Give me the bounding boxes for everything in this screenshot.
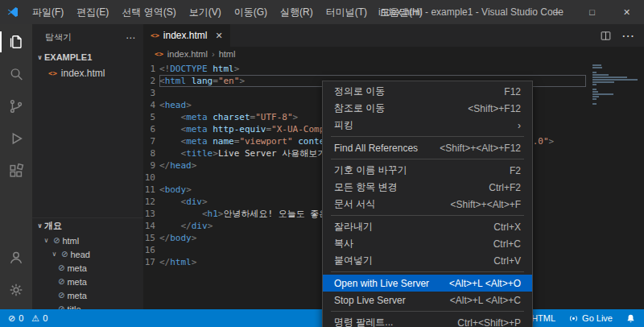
symbol-tag-icon: ⊘	[53, 236, 60, 245]
maximize-button[interactable]: □	[575, 0, 609, 24]
menu-separator	[331, 311, 524, 312]
line-number-gutter: 1234567891011121314151617	[143, 63, 155, 268]
outline-item-meta[interactable]: ⊘meta	[32, 261, 143, 275]
context-menu-item-label: 명령 팔레트...	[334, 316, 443, 327]
outline-item-meta[interactable]: ⊘meta	[32, 288, 143, 302]
source-control-icon[interactable]	[0, 90, 32, 122]
more-actions-icon[interactable]: ⋯	[126, 32, 135, 43]
outline-section-header[interactable]: ∨ 개요	[32, 217, 143, 234]
file-name: index.html	[61, 68, 105, 79]
context-menu-item-shortcut: F2	[510, 165, 521, 176]
activity-bar-bottom	[0, 242, 32, 306]
outline-title: 개요	[44, 220, 62, 232]
minimap-line	[592, 84, 597, 85]
run-debug-icon[interactable]	[0, 122, 32, 155]
menubar-item[interactable]: 터미널(T)	[320, 0, 374, 24]
settings-gear-icon[interactable]	[0, 274, 32, 306]
context-menu-item-label: 잘라내기	[334, 220, 479, 234]
context-menu-item[interactable]: 피킹›	[323, 117, 532, 134]
line-number: 10	[143, 172, 155, 184]
context-menu-item[interactable]: 명령 팔레트...Ctrl+<Shift>+P	[323, 314, 532, 327]
error-count: 0	[19, 313, 23, 323]
notifications-bell-icon[interactable]	[625, 313, 636, 324]
context-menu-item-label: 정의로 이동	[334, 85, 489, 98]
tab-index-html[interactable]: <> index.html ✕	[143, 24, 230, 47]
context-menu-item-label: Stop Live Server	[334, 295, 436, 306]
chevron-down-icon: ∨	[35, 222, 44, 230]
line-number: 11	[143, 184, 155, 196]
menu-bar: 파일(F)편집(E)선택 영역(S)보기(V)이동(G)실행(R)터미널(T)도…	[26, 0, 429, 24]
context-menu-item-label: 복사	[334, 237, 479, 250]
project-section-header[interactable]: ∨ EXAMPLE1	[32, 49, 143, 65]
context-menu-item[interactable]: 잘라내기Ctrl+X	[323, 218, 532, 235]
context-menu-item-shortcut: Ctrl+F2	[489, 182, 521, 193]
problems-warnings[interactable]: ⚠ 0	[31, 313, 47, 324]
outline-item-label: meta	[67, 291, 86, 300]
chevron-down-icon: ∨	[35, 54, 44, 61]
account-icon[interactable]	[0, 242, 32, 274]
explorer-icon[interactable]	[0, 26, 32, 58]
activity-bar	[0, 24, 32, 309]
minimap[interactable]	[592, 64, 641, 106]
context-menu-item-shortcut: Ctrl+V	[493, 255, 521, 267]
chevron-down-icon: ∨	[42, 237, 51, 244]
breadcrumb-node[interactable]: html	[219, 49, 236, 59]
breadcrumb-file[interactable]: index.html	[167, 49, 208, 59]
menubar-item[interactable]: 편집(E)	[70, 0, 115, 24]
minimap-line	[592, 103, 597, 105]
project-name: EXAMPLE1	[44, 52, 92, 62]
context-menu-item-label: 참조로 이동	[334, 101, 453, 115]
close-button[interactable]: ✕	[609, 0, 644, 24]
tab-close-icon[interactable]: ✕	[216, 31, 223, 41]
code-line[interactable]: <!DOCTYPE html>	[159, 63, 586, 75]
context-menu-item-shortcut: F12	[504, 86, 521, 97]
menubar-item[interactable]: 파일(F)	[26, 0, 70, 24]
context-menu-item[interactable]: 문서 서식<Shift>+<Alt>+F	[323, 196, 532, 213]
search-icon[interactable]	[0, 58, 32, 90]
outline-item-label: html	[62, 236, 79, 246]
minimap-line	[592, 72, 597, 73]
sidebar-header: 탐색기 ⋯	[32, 24, 143, 49]
minimap-line	[592, 81, 614, 83]
menubar-item[interactable]: 보기(V)	[183, 0, 228, 24]
file-item-index-html[interactable]: <> index.html	[32, 65, 143, 81]
context-menu-item[interactable]: 정의로 이동F12	[323, 83, 532, 100]
extensions-icon[interactable]	[0, 155, 32, 187]
context-menu-item[interactable]: Open with Live Server<Alt>+L <Alt>+O	[323, 275, 532, 292]
outline-item-title[interactable]: ⊘title	[32, 302, 143, 309]
context-menu-item[interactable]: 기호 이름 바꾸기F2	[323, 162, 532, 179]
context-menu-item[interactable]: 참조로 이동<Shift>+F12	[323, 100, 532, 117]
outline-item-meta[interactable]: ⊘meta	[32, 275, 143, 288]
menubar-item[interactable]: 이동(G)	[228, 0, 274, 24]
more-actions-icon[interactable]: ⋯	[621, 28, 634, 43]
context-menu-item[interactable]: 복사Ctrl+C	[323, 235, 532, 252]
menubar-item[interactable]: 선택 영역(S)	[115, 0, 182, 24]
split-editor-icon[interactable]	[600, 30, 612, 42]
context-menu-item-label: 기호 이름 바꾸기	[334, 164, 495, 177]
error-icon: ⊘	[8, 313, 15, 324]
menubar-item[interactable]: 실행(R)	[274, 0, 320, 24]
submenu-chevron-icon: ›	[518, 120, 521, 131]
chevron-down-icon: ∨	[50, 250, 59, 258]
context-menu-item[interactable]: 모든 항목 변경Ctrl+F2	[323, 179, 532, 196]
line-number: 14	[143, 220, 155, 232]
language-mode[interactable]: HTML	[531, 313, 555, 323]
outline-item-html[interactable]: ∨⊘html	[32, 234, 143, 247]
html-file-icon: <>	[155, 50, 163, 58]
line-number: 8	[143, 147, 155, 159]
context-menu-item[interactable]: Find All References<Shift>+<Alt>+F12	[323, 139, 532, 156]
context-menu-item[interactable]: 붙여넣기Ctrl+V	[323, 252, 532, 269]
problems-errors[interactable]: ⊘ 0	[8, 313, 23, 324]
line-number: 13	[143, 208, 155, 220]
line-number: 6	[143, 123, 155, 135]
outline-item-head[interactable]: ∨⊘head	[32, 247, 143, 261]
line-number: 2	[143, 75, 155, 87]
line-number: 17	[143, 256, 155, 268]
context-menu-item-shortcut: Ctrl+C	[493, 238, 521, 250]
minimap-line	[592, 64, 601, 66]
context-menu-item[interactable]: Stop Live Server<Alt>+L <Alt>+C	[323, 292, 532, 308]
context-menu-item-label: 붙여넣기	[334, 254, 479, 267]
go-live-label: Go Live	[582, 313, 613, 323]
go-live-button[interactable]: Go Live	[568, 313, 613, 324]
status-bar-right: HTML Go Live	[531, 313, 636, 324]
